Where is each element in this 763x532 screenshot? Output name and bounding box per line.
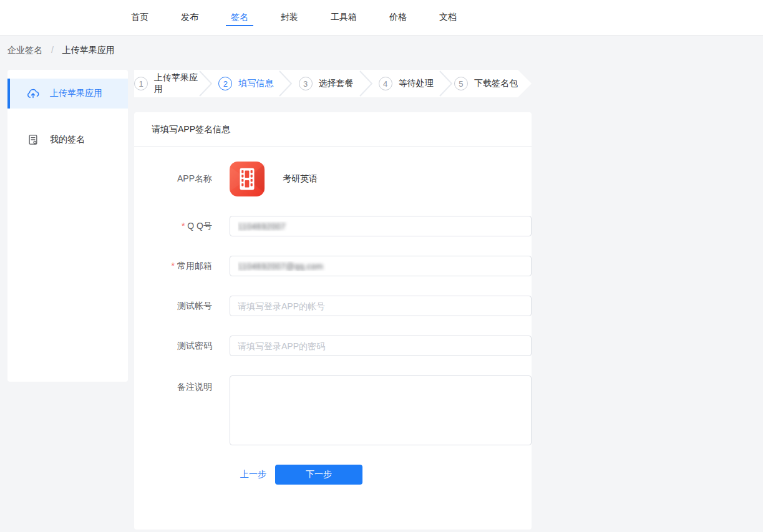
cloud-upload-icon [26, 87, 40, 100]
test-password-row: 测试密码 [134, 336, 532, 356]
sidebar-item-label: 我的签名 [50, 134, 85, 145]
step-number: 2 [218, 77, 232, 90]
step-number: 3 [299, 77, 313, 90]
my-signature-icon [26, 133, 40, 147]
remark-row: 备注说明 [134, 375, 532, 445]
steps-segments: 1 上传苹果应用 2 填写信息 3 选择套餐 4 [134, 70, 518, 97]
chevron-separator-icon [278, 70, 294, 97]
page-body: 上传苹果应用 我的签名 1 [0, 70, 763, 530]
app-root: 首页 发布 签名 封装 工具箱 价格 文档 企业签名 / 上传苹果应用 [0, 0, 763, 530]
step-1-upload-app: 1 上传苹果应用 [134, 70, 198, 97]
app-name-label: APP名称 [134, 173, 212, 185]
next-step-button[interactable]: 下一步 [275, 465, 362, 485]
film-app-icon [230, 162, 265, 196]
nav-item-price[interactable]: 价格 [388, 1, 408, 34]
sidebar-item-my-signatures[interactable]: 我的签名 [7, 125, 128, 155]
nav-item-docs[interactable]: 文档 [438, 1, 458, 34]
main-nav: 首页 发布 签名 封装 工具箱 价格 文档 [130, 0, 458, 35]
step-label: 上传苹果应用 [154, 72, 198, 95]
breadcrumb-separator: / [51, 45, 54, 55]
nav-item-publish[interactable]: 发布 [180, 1, 200, 34]
email-label: *常用邮箱 [134, 261, 212, 272]
required-mark: * [182, 221, 185, 231]
app-name-row: APP名称 [134, 162, 532, 196]
qq-label-text: Q Q号 [187, 221, 212, 231]
form-panel: 请填写APP签名信息 APP名称 [134, 112, 532, 530]
step-number: 1 [134, 77, 148, 90]
app-info: 考研英语 [230, 162, 318, 196]
sidebar-item-label: 上传苹果应用 [50, 88, 102, 99]
step-label: 选择套餐 [319, 78, 354, 89]
email-label-text: 常用邮箱 [177, 261, 212, 271]
chevron-separator-icon [358, 70, 374, 97]
signature-form: APP名称 [134, 147, 532, 485]
steps-bar: 1 上传苹果应用 2 填写信息 3 选择套餐 4 [134, 70, 532, 97]
test-account-input[interactable] [230, 296, 532, 316]
breadcrumb-section[interactable]: 企业签名 [7, 45, 42, 55]
email-row: *常用邮箱 [134, 256, 532, 276]
remark-textarea[interactable] [230, 375, 532, 445]
sidebar-item-upload-ios-app[interactable]: 上传苹果应用 [7, 79, 128, 109]
step-number: 4 [379, 77, 392, 90]
remark-label: 备注说明 [134, 382, 212, 393]
chevron-separator-icon [198, 70, 214, 97]
sidebar: 上传苹果应用 我的签名 [7, 70, 128, 382]
nav-item-toolbox[interactable]: 工具箱 [329, 1, 358, 34]
step-label: 下载签名包 [474, 78, 518, 89]
nav-item-signature[interactable]: 签名 [230, 1, 250, 34]
steps-end-arrow-icon [518, 70, 532, 97]
step-3-choose-plan: 3 选择套餐 [294, 70, 357, 97]
step-2-fill-info: 2 填写信息 [214, 70, 278, 97]
panel-title: 请填写APP签名信息 [134, 112, 532, 147]
nav-item-package[interactable]: 封装 [279, 1, 299, 34]
app-name-value: 考研英语 [283, 173, 318, 185]
qq-row: *Q Q号 [134, 216, 532, 236]
required-mark: * [172, 261, 175, 271]
content-column: 1 上传苹果应用 2 填写信息 3 选择套餐 4 [134, 70, 532, 530]
step-label: 等待处理 [399, 78, 434, 89]
qq-label: *Q Q号 [134, 221, 212, 232]
top-header: 首页 发布 签名 封装 工具箱 价格 文档 [0, 0, 763, 36]
breadcrumb: 企业签名 / 上传苹果应用 [0, 36, 763, 65]
qq-input[interactable] [230, 216, 532, 236]
step-4-wait-processing: 4 等待处理 [374, 70, 438, 97]
step-label: 填写信息 [238, 78, 273, 89]
prev-step-link[interactable]: 上一步 [240, 469, 266, 480]
test-password-label: 测试密码 [134, 341, 212, 352]
step-5-download-package: 5 下载签名包 [454, 70, 518, 97]
test-password-input[interactable] [230, 336, 532, 356]
test-account-row: 测试帐号 [134, 296, 532, 316]
chevron-separator-icon [438, 70, 454, 97]
email-input[interactable] [230, 256, 532, 276]
form-actions: 上一步 下一步 [230, 465, 532, 485]
test-account-label: 测试帐号 [134, 301, 212, 312]
nav-item-home[interactable]: 首页 [130, 1, 150, 34]
step-number: 5 [454, 77, 468, 90]
breadcrumb-current: 上传苹果应用 [62, 45, 115, 55]
